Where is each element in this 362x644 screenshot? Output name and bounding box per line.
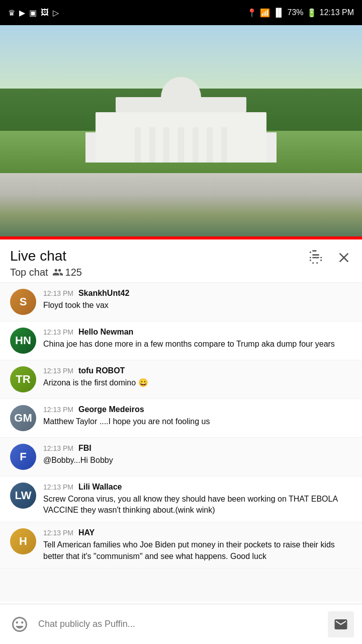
message-author[interactable]: Lili Wallace: [78, 482, 122, 492]
video-player[interactable]: [0, 25, 362, 236]
avatar: LW: [10, 482, 36, 509]
message-time: 12:13 PM: [43, 483, 73, 491]
message-meta: 12:13 PM HAY: [43, 528, 352, 537]
image-icon: 🖼: [41, 8, 49, 17]
filter-icon[interactable]: [308, 250, 324, 266]
status-bar: ♛ ▶ ▣ 🖼 ▷ 📍 📶 ▐▌ 73% 🔋 12:13 PM: [0, 0, 362, 25]
avatar: S: [10, 289, 36, 315]
avatar: HN: [10, 328, 36, 354]
message-content: 12:13 PM Lili Wallace Screw Corona virus…: [43, 482, 352, 516]
message-content: 12:13 PM tofu ROBOT Arizona is the first…: [43, 366, 352, 388]
close-icon[interactable]: [336, 250, 352, 266]
message-content: 12:13 PM Hello Newman China joe has done…: [43, 328, 352, 350]
chat-input[interactable]: [38, 613, 321, 636]
message-meta: 12:13 PM FBI: [43, 444, 352, 453]
location-icon: 📍: [247, 8, 257, 18]
viewers-icon: [52, 267, 63, 278]
message-text: Tell American families who Joe Biden put…: [43, 539, 352, 562]
avatar: GM: [10, 405, 36, 431]
crown-icon: ♛: [8, 8, 15, 18]
message-author[interactable]: HAY: [78, 528, 95, 537]
emoji-button[interactable]: [8, 613, 31, 636]
message-time: 12:13 PM: [43, 444, 73, 452]
message-time: 12:13 PM: [43, 529, 73, 537]
message-text: Matthew Taylor ....I hope you are not fo…: [43, 416, 352, 427]
chat-sub: Top chat 125: [10, 267, 82, 278]
message-content: 12:13 PM George Medeiros Matthew Taylor …: [43, 405, 352, 427]
status-left: ♛ ▶ ▣ 🖼 ▷: [8, 8, 59, 18]
avatar: TR: [10, 366, 36, 392]
message-time: 12:13 PM: [43, 328, 73, 336]
message-author[interactable]: FBI: [78, 444, 92, 453]
top-chat-label[interactable]: Top chat: [10, 267, 48, 278]
list-item: F 12:13 PM FBI @Bobby...Hi Bobby: [0, 438, 362, 476]
message-text: Floyd took the vax: [43, 300, 352, 311]
battery-icon: 🔋: [307, 8, 317, 18]
signal-icon: ▐▌: [273, 8, 285, 17]
smiley-icon: [11, 615, 29, 633]
send-icon: [333, 617, 348, 632]
message-time: 12:13 PM: [43, 406, 73, 414]
list-item: TR 12:13 PM tofu ROBOT Arizona is the fi…: [0, 360, 362, 399]
status-right: 📍 📶 ▐▌ 73% 🔋 12:13 PM: [247, 8, 354, 18]
viewer-count: 125: [52, 267, 82, 278]
list-item: H 12:13 PM HAY Tell American families wh…: [0, 522, 362, 569]
folder-icon: ▣: [29, 8, 37, 18]
message-text: @Bobby...Hi Bobby: [43, 455, 352, 466]
wifi-icon: 📶: [260, 8, 270, 18]
avatar: F: [10, 444, 36, 470]
battery-text: 73%: [287, 8, 303, 17]
message-time: 12:13 PM: [43, 289, 73, 297]
list-item: HN 12:13 PM Hello Newman China joe has d…: [0, 321, 362, 360]
message-meta: 12:13 PM SkankhUnt42: [43, 289, 352, 298]
list-item: LW 12:13 PM Lili Wallace Screw Corona vi…: [0, 476, 362, 523]
youtube-icon: ▶: [19, 8, 25, 18]
chat-header: Live chat Top chat 125: [0, 239, 362, 283]
message-text: Arizona is the first domino 😀: [43, 377, 352, 388]
message-content: 12:13 PM HAY Tell American families who …: [43, 528, 352, 562]
message-meta: 12:13 PM Lili Wallace: [43, 482, 352, 492]
play-icon: ▷: [53, 8, 59, 18]
chat-list: S 12:13 PM SkankhUnt42 Floyd took the va…: [0, 283, 362, 602]
message-text: China joe has done more in a few months …: [43, 339, 352, 350]
list-item: GM 12:13 PM George Medeiros Matthew Tayl…: [0, 399, 362, 438]
list-item: S 12:13 PM SkankhUnt42 Floyd took the va…: [0, 283, 362, 321]
avatar: H: [10, 528, 36, 554]
viewer-count-text: 125: [65, 267, 82, 278]
chat-header-left: Live chat Top chat 125: [10, 248, 82, 278]
live-chat-title: Live chat: [10, 248, 82, 265]
message-meta: 12:13 PM George Medeiros: [43, 405, 352, 414]
message-meta: 12:13 PM tofu ROBOT: [43, 366, 352, 375]
message-author[interactable]: tofu ROBOT: [78, 366, 125, 375]
send-button[interactable]: [328, 611, 354, 637]
clock: 12:13 PM: [320, 8, 354, 17]
chat-input-bar: [0, 604, 362, 644]
message-author[interactable]: SkankhUnt42: [78, 289, 129, 298]
message-author[interactable]: Hello Newman: [78, 328, 133, 337]
message-content: 12:13 PM SkankhUnt42 Floyd took the vax: [43, 289, 352, 311]
message-time: 12:13 PM: [43, 367, 73, 375]
chat-header-right: [308, 250, 352, 266]
message-meta: 12:13 PM Hello Newman: [43, 328, 352, 337]
message-author[interactable]: George Medeiros: [78, 405, 144, 414]
message-text: Screw Corona virus, you all know they sh…: [43, 494, 352, 516]
message-content: 12:13 PM FBI @Bobby...Hi Bobby: [43, 444, 352, 466]
